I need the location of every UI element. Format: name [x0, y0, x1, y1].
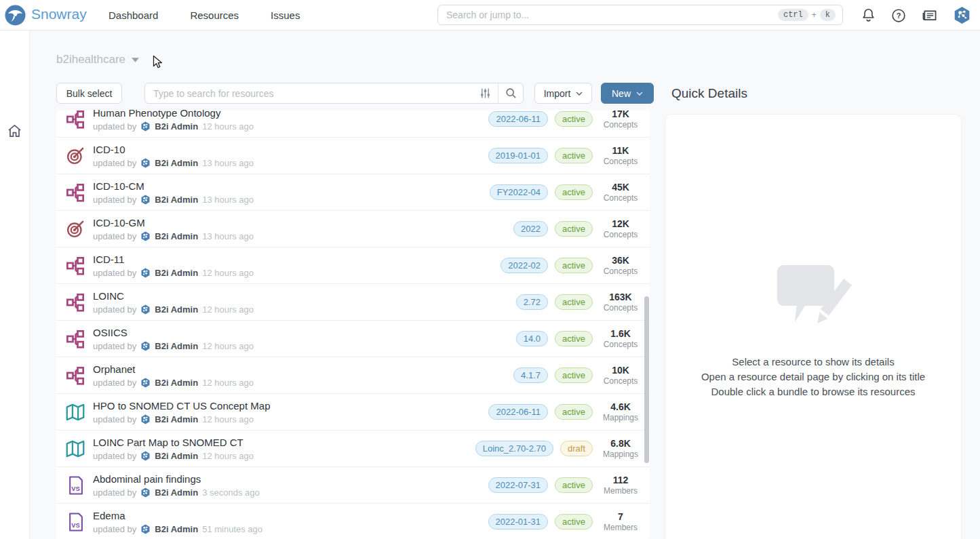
empty-state-line: Open a resource detail page by clicking …: [665, 370, 961, 384]
scrollbar-thumb[interactable]: [644, 296, 649, 463]
notifications-bell-icon[interactable]: [861, 7, 876, 23]
nav-resources[interactable]: Resources: [190, 9, 239, 21]
resource-count: 4.6K: [600, 401, 642, 412]
caret-down-icon: [132, 58, 139, 62]
resource-user: B2i Admin: [155, 268, 198, 278]
resource-title[interactable]: ICD-11: [93, 254, 254, 266]
version-badge: 2022-02: [501, 258, 548, 273]
bulk-select-button[interactable]: Bulk select: [56, 83, 122, 104]
resource-title[interactable]: Human Phenotype Ontology: [93, 110, 254, 119]
filter-icon[interactable]: [473, 87, 498, 99]
resource-row[interactable]: ICD-10-GM updated by B2i Admin 13 hours …: [56, 211, 650, 247]
resource-count: 1.6K: [600, 328, 642, 339]
svg-text:?: ?: [897, 12, 901, 20]
status-badge: active: [555, 184, 593, 200]
resource-title[interactable]: OSIICS: [93, 327, 254, 339]
updated-by-label: updated by: [93, 487, 136, 498]
resource-time: 12 hours ago: [202, 414, 254, 424]
resource-title[interactable]: ICD-10-GM: [93, 217, 254, 229]
updated-by-label: updated by: [93, 378, 136, 388]
left-rail: [0, 31, 30, 539]
resource-row[interactable]: Human Phenotype Ontology updated by B2i …: [56, 110, 650, 138]
resource-time: 13 hours ago: [202, 195, 254, 205]
import-button[interactable]: Import: [534, 83, 592, 104]
resource-count: 11K: [600, 145, 642, 156]
hierarchy-icon: [65, 110, 85, 130]
resource-title[interactable]: Edema: [93, 510, 262, 522]
chevron-down-icon: [576, 92, 583, 96]
resource-title[interactable]: HPO to SNOMED CT US Concept Map: [93, 400, 270, 412]
version-badge: Loinc_2.70-2.70: [475, 441, 553, 456]
resource-row[interactable]: Orphanet updated by B2i Admin 12 hours a…: [56, 357, 650, 394]
resource-time: 12 hours ago: [202, 304, 254, 315]
hierarchy-icon: [65, 365, 85, 386]
news-icon[interactable]: [922, 8, 937, 22]
quick-details-panel: Select a resource to show its details Op…: [665, 114, 962, 539]
updated-by-label: updated by: [93, 195, 136, 205]
resource-row[interactable]: LOINC Part Map to SNOMED CT updated by B…: [56, 431, 650, 467]
resource-row[interactable]: VS Edema updated by B2i Admin 51 minutes…: [56, 504, 650, 539]
workspace-selector[interactable]: b2ihealthcare: [56, 53, 139, 66]
resource-row[interactable]: VS Abdominal pain findings updated by B2…: [56, 467, 650, 504]
user-mini-avatar-icon: [140, 341, 151, 351]
version-badge: 14.0: [516, 331, 548, 346]
resource-count-unit: Concepts: [600, 193, 642, 203]
resource-title[interactable]: ICD-10-CM: [93, 180, 254, 193]
nav-dashboard[interactable]: Dashboard: [109, 9, 158, 21]
resource-row[interactable]: ICD-11 updated by B2i Admin 12 hours ago…: [56, 247, 650, 284]
resource-count: 6.8K: [600, 438, 642, 449]
shortcut-ctrl-key: ctrl: [778, 9, 808, 21]
resource-row[interactable]: LOINC updated by B2i Admin 12 hours ago …: [56, 284, 650, 321]
resource-user: B2i Admin: [155, 121, 198, 132]
resource-row[interactable]: ICD-10 updated by B2i Admin 13 hours ago…: [56, 138, 650, 174]
resource-title[interactable]: ICD-10: [93, 144, 254, 156]
hierarchy-icon: [65, 255, 85, 277]
resource-title[interactable]: Orphanet: [93, 363, 254, 376]
resource-count: 17K: [600, 110, 642, 119]
resource-count-unit: Concepts: [600, 230, 642, 239]
version-badge: 2.72: [516, 294, 548, 310]
status-badge: active: [555, 148, 593, 163]
resource-title[interactable]: Abdominal pain findings: [93, 473, 260, 485]
workspace-name: b2ihealthcare: [56, 53, 125, 66]
resource-title[interactable]: LOINC Part Map to SNOMED CT: [93, 437, 254, 449]
nav-issues[interactable]: Issues: [271, 9, 300, 21]
header-actions: ?: [861, 0, 971, 31]
user-avatar-icon[interactable]: [953, 6, 971, 24]
hierarchy-icon: [65, 292, 85, 313]
resource-time: 13 hours ago: [202, 158, 254, 168]
resource-row[interactable]: HPO to SNOMED CT US Concept Map updated …: [56, 394, 650, 431]
search-icon[interactable]: [498, 83, 523, 103]
updated-by-label: updated by: [93, 304, 136, 315]
version-badge: 2019-01-01: [488, 148, 549, 163]
resource-count-unit: Mappings: [600, 413, 642, 422]
help-icon[interactable]: ?: [891, 8, 906, 23]
chevron-down-icon: [636, 92, 643, 96]
status-badge: active: [555, 477, 593, 493]
new-button[interactable]: New: [601, 83, 654, 104]
resource-search[interactable]: [144, 83, 524, 104]
status-badge: active: [555, 367, 593, 383]
resource-title[interactable]: LOINC: [93, 290, 254, 302]
brand-name[interactable]: Snowray: [31, 6, 87, 22]
resource-time: 13 hours ago: [202, 231, 254, 241]
target-icon: [65, 218, 85, 240]
resource-list-inner: Human Phenotype Ontology updated by B2i …: [56, 110, 650, 539]
resource-user: B2i Admin: [155, 304, 198, 315]
user-mini-avatar-icon: [140, 378, 151, 388]
snowray-logo-icon[interactable]: [5, 5, 26, 26]
resource-row[interactable]: OSIICS updated by B2i Admin 12 hours ago…: [56, 321, 650, 357]
new-label: New: [612, 88, 631, 99]
resource-search-input[interactable]: [145, 88, 473, 99]
updated-by-label: updated by: [93, 268, 136, 278]
global-search[interactable]: ctrl + k: [437, 5, 843, 25]
status-badge: active: [555, 514, 593, 530]
resource-time: 12 hours ago: [202, 268, 254, 278]
resource-user: B2i Admin: [155, 378, 198, 388]
version-badge: 2022-01-31: [488, 514, 549, 530]
global-search-input[interactable]: [438, 9, 778, 20]
home-icon[interactable]: [7, 123, 22, 138]
target-icon: [65, 145, 85, 167]
resource-row[interactable]: ICD-10-CM updated by B2i Admin 13 hours …: [56, 174, 650, 211]
version-badge: 4.1.7: [513, 367, 548, 383]
